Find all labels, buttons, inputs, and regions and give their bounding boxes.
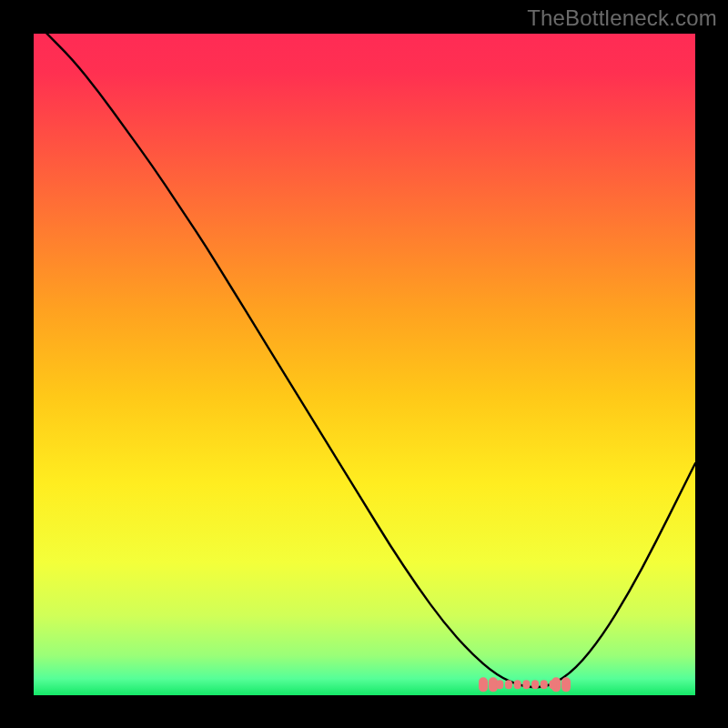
- axis-bottom: [31, 695, 697, 698]
- svg-rect-9: [531, 680, 539, 689]
- svg-rect-1: [479, 677, 488, 692]
- chart-container: [33, 33, 695, 695]
- axis-right: [695, 31, 698, 698]
- axis-left: [31, 31, 34, 697]
- svg-rect-8: [522, 680, 530, 689]
- svg-rect-4: [561, 677, 571, 692]
- marker-layer: [33, 33, 695, 695]
- axis-top: [31, 31, 697, 34]
- svg-rect-6: [505, 680, 512, 689]
- svg-rect-5: [496, 680, 503, 689]
- watermark-text: TheBottleneck.com: [527, 5, 717, 31]
- svg-rect-10: [541, 680, 548, 689]
- svg-rect-7: [514, 680, 521, 689]
- svg-rect-11: [549, 680, 556, 689]
